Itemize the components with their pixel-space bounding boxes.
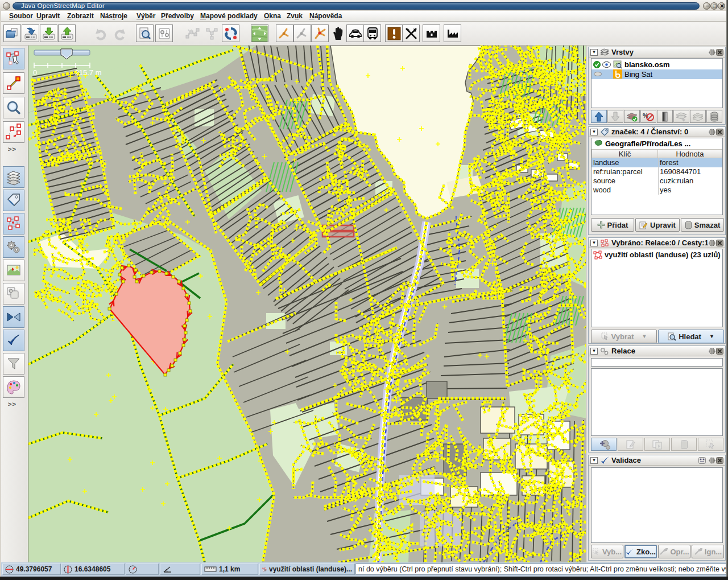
svg-text:0: 0 — [33, 68, 37, 77]
svg-text:215.7 m: 215.7 m — [75, 68, 102, 77]
